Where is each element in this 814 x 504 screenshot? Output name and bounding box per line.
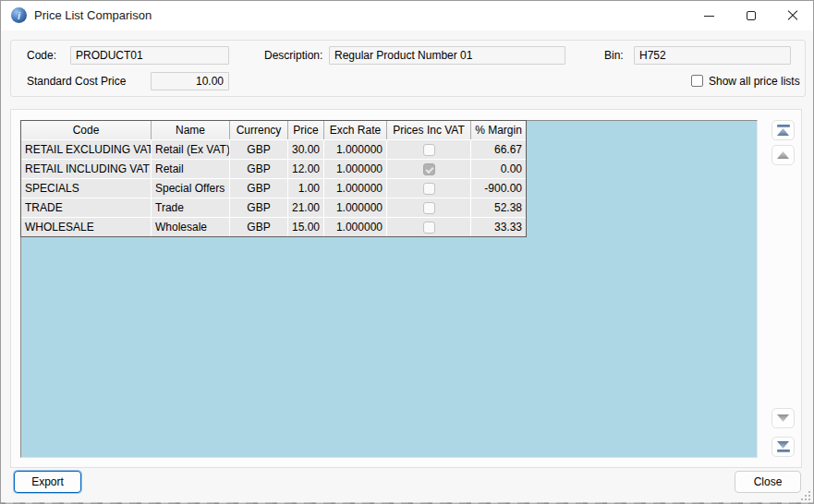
cell-margin: 0.00 [471,160,526,178]
cell-name: Special Offers [152,179,229,198]
description-label: Description: [264,49,322,62]
cell-price: 30.00 [288,140,323,159]
cell-currency: GBP [230,160,287,178]
triangle-down-icon [777,414,789,422]
table-row[interactable]: RETAIL INCLUDING VATRetailGBP12.001.0000… [21,160,526,178]
cell-prices-inc-vat [387,140,470,159]
cell-price: 12.00 [288,160,323,178]
table-row[interactable]: WHOLESALEWholesaleGBP15.001.00000033.33 [21,218,526,236]
titlebar: i Price List Comparison [1,1,813,30]
scroll-to-top-button[interactable] [771,120,795,140]
grid-panel: Code Name Currency Price Exch Rate Price… [10,109,802,468]
cell-name: Retail [152,160,229,178]
code-field[interactable] [70,46,229,65]
cell-code: RETAIL INCLUDING VAT [21,160,151,178]
close-button[interactable]: Close [735,471,801,493]
column-header-exch-rate[interactable]: Exch Rate [324,121,386,139]
cell-code: RETAIL EXCLUDING VAT [21,140,151,159]
cell-exch-rate: 1.000000 [324,160,386,178]
column-header-margin[interactable]: % Margin [471,121,526,139]
minimize-icon [704,16,714,17]
prices-inc-vat-checkbox [423,202,435,214]
scroll-to-bottom-button[interactable] [771,437,795,457]
prices-inc-vat-checkbox [423,144,435,156]
code-label: Code: [27,49,56,62]
cell-price: 21.00 [288,198,323,217]
prices-inc-vat-checkbox [423,222,435,234]
bin-label: Bin: [604,49,624,62]
standard-cost-price-label: Standard Cost Price [27,75,126,88]
show-all-price-lists-checkbox[interactable] [691,75,703,87]
cell-margin: 66.67 [471,140,526,159]
cell-exch-rate: 1.000000 [324,218,386,236]
prices-inc-vat-checkbox [423,183,435,195]
cell-exch-rate: 1.000000 [324,179,386,198]
cell-currency: GBP [230,179,287,198]
cell-name: Trade [152,198,229,217]
cell-prices-inc-vat [387,198,470,217]
cell-price: 15.00 [288,218,323,236]
scroll-down-button[interactable] [771,408,795,428]
triangle-down-with-bar-icon [777,450,790,452]
bin-field[interactable] [634,46,791,65]
export-button[interactable]: Export [14,471,81,493]
cell-price: 1.00 [288,179,323,198]
column-header-currency[interactable]: Currency [230,121,287,139]
cell-exch-rate: 1.000000 [324,140,386,159]
cell-margin: -900.00 [471,179,526,198]
maximize-button[interactable] [730,1,771,30]
cell-margin: 52.38 [471,198,526,217]
window-controls [688,1,813,30]
minimize-button[interactable] [688,1,730,30]
column-header-prices-inc-vat[interactable]: Prices Inc VAT [387,121,470,139]
cell-code: TRADE [21,198,151,217]
price-list-grid: Code Name Currency Price Exch Rate Price… [20,120,527,237]
maximize-icon [747,11,756,20]
window-title: Price List Comparison [34,8,152,22]
cell-margin: 33.33 [471,218,526,236]
close-icon [787,10,798,21]
price-list-comparison-window: i Price List Comparison Code: Descriptio… [0,0,814,504]
table-row[interactable]: RETAIL EXCLUDING VATRetail (Ex VAT)GBP30… [21,140,526,159]
cell-name: Retail (Ex VAT) [152,140,229,159]
price-grid-area: Code Name Currency Price Exch Rate Price… [20,120,758,458]
table-row[interactable]: TRADETradeGBP21.001.00000052.38 [21,198,526,217]
cell-code: SPECIALS [21,179,151,198]
cell-currency: GBP [230,140,287,159]
column-header-code[interactable]: Code [21,121,151,139]
close-window-button[interactable] [771,1,813,30]
resize-grip[interactable] [799,489,810,500]
cell-currency: GBP [230,218,287,236]
grid-header-row: Code Name Currency Price Exch Rate Price… [21,121,526,140]
cell-exch-rate: 1.000000 [324,198,386,217]
table-row[interactable]: SPECIALSSpecial OffersGBP1.001.000000-90… [21,179,526,198]
column-header-name[interactable]: Name [152,121,229,139]
show-all-price-lists-label: Show all price lists [709,75,800,88]
cell-prices-inc-vat [387,179,470,198]
scroll-up-button[interactable] [771,145,795,165]
standard-cost-price-field[interactable] [151,72,229,90]
price-grid-body: RETAIL EXCLUDING VATRetail (Ex VAT)GBP30… [21,140,526,236]
info-orb-icon: i [11,7,27,23]
triangle-up-with-bar-icon [777,125,790,127]
cell-currency: GBP [230,198,287,217]
triangle-up-icon [777,151,789,159]
column-header-price[interactable]: Price [288,121,323,139]
cell-name: Wholesale [152,218,229,236]
cell-code: WHOLESALE [21,218,151,236]
description-field[interactable] [329,46,565,65]
prices-inc-vat-checkbox [423,163,435,175]
cell-prices-inc-vat [387,218,470,236]
cell-prices-inc-vat [387,160,470,178]
